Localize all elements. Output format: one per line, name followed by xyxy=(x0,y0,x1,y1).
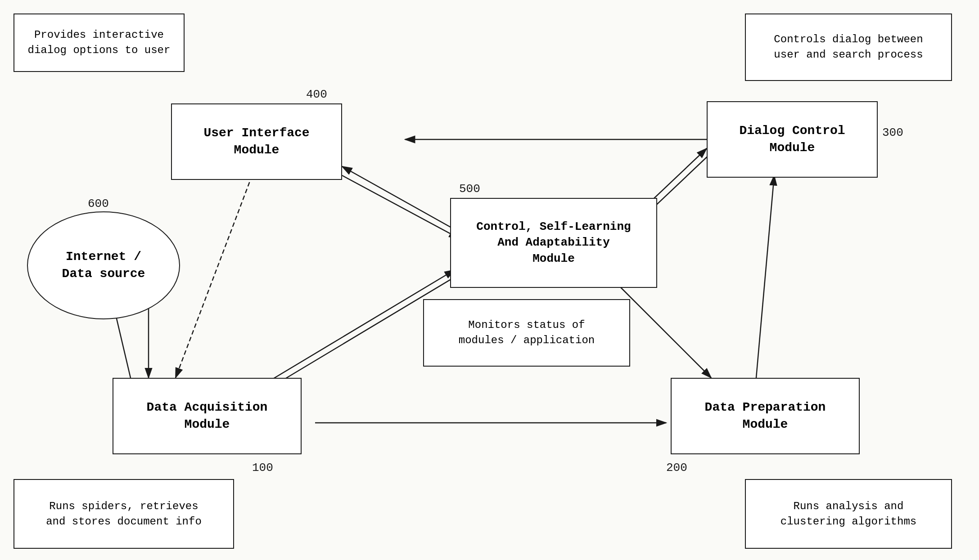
dp-module-label1: Data Preparation xyxy=(705,399,826,416)
internet-data-source: Internet / Data source xyxy=(27,211,180,319)
svg-line-13 xyxy=(756,175,774,378)
data-preparation-module: Data Preparation Module xyxy=(671,378,860,454)
annotation-top-left: Provides interactive dialog options to u… xyxy=(14,13,185,72)
csl-module-label2: And Adaptability xyxy=(476,235,631,251)
annotation-top-left-line1: Provides interactive xyxy=(28,27,171,43)
annotation-middle-line2: modules / application xyxy=(459,333,595,348)
ui-module-label1: User Interface xyxy=(203,125,309,142)
label-500: 500 xyxy=(459,182,480,196)
dp-module-label2: Module xyxy=(705,416,826,433)
annotation-middle: Monitors status of modules / application xyxy=(423,299,630,367)
label-200: 200 xyxy=(666,461,687,475)
csl-module-label1: Control, Self-Learning xyxy=(476,219,631,235)
annotation-top-left-line2: dialog options to user xyxy=(28,43,171,58)
ui-module-label2: Module xyxy=(203,142,309,159)
dialog-control-module: Dialog Control Module xyxy=(707,101,878,178)
dc-module-label1: Dialog Control xyxy=(739,122,845,139)
csl-module-label3: Module xyxy=(476,251,631,267)
control-self-learning-module: Control, Self-Learning And Adaptability … xyxy=(450,198,657,288)
da-module-label1: Data Acquisition xyxy=(147,399,268,416)
svg-line-14 xyxy=(176,175,252,378)
annotation-top-right: Controls dialog between user and search … xyxy=(745,13,952,81)
annotation-top-right-line1: Controls dialog between xyxy=(774,32,923,47)
dc-module-label2: Module xyxy=(739,139,845,157)
label-100: 100 xyxy=(252,461,273,475)
label-400: 400 xyxy=(306,88,327,101)
label-600: 600 xyxy=(88,197,109,211)
internet-label1: Internet / xyxy=(62,248,145,265)
annotation-bottom-left: Runs spiders, retrieves and stores docum… xyxy=(14,479,234,549)
svg-line-3 xyxy=(342,175,459,238)
svg-line-4 xyxy=(342,166,455,229)
diagram-container: Provides interactive dialog options to u… xyxy=(0,0,979,560)
data-acquisition-module: Data Acquisition Module xyxy=(113,378,302,454)
da-module-label2: Module xyxy=(147,416,268,433)
annotation-bottom-left-line1: Runs spiders, retrieves xyxy=(46,499,202,514)
user-interface-module: User Interface Module xyxy=(171,103,342,180)
annotation-bottom-left-line2: and stores document info xyxy=(46,514,202,529)
annotation-bottom-right: Runs analysis and clustering algorithms xyxy=(745,479,952,549)
internet-label2: Data source xyxy=(62,265,145,282)
annotation-bottom-right-line1: Runs analysis and xyxy=(780,499,916,514)
annotation-top-right-line2: user and search process xyxy=(774,47,923,63)
annotation-middle-line1: Monitors status of xyxy=(459,318,595,333)
annotation-bottom-right-line2: clustering algorithms xyxy=(780,514,916,529)
label-300: 300 xyxy=(882,126,903,139)
